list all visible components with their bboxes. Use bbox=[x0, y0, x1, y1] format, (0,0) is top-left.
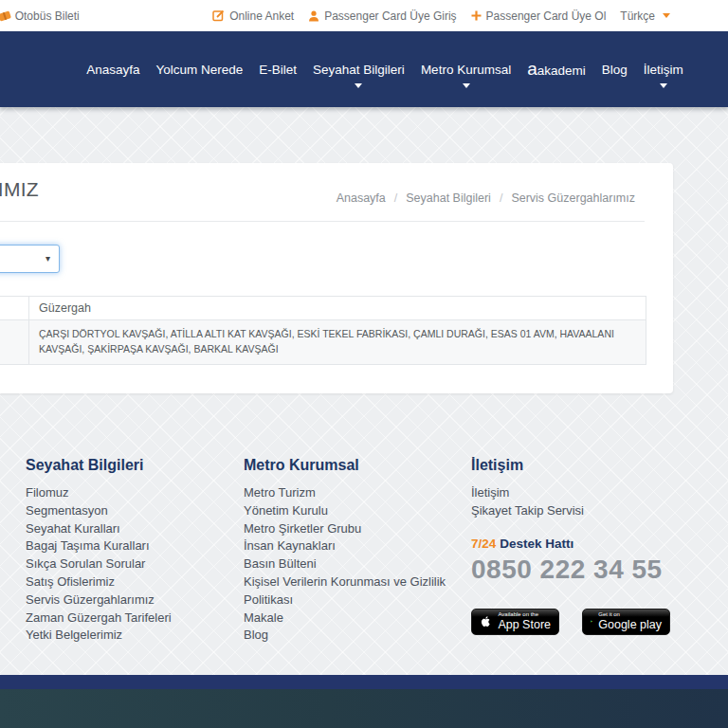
nav-item-blog[interactable]: Blog bbox=[602, 63, 628, 77]
footer-link-servis-guzergahlari[interactable]: Servis Güzergahlarımız bbox=[26, 592, 227, 610]
nav-item-e-bilet[interactable]: E-Bilet bbox=[259, 63, 297, 77]
chevron-down-icon bbox=[660, 83, 667, 88]
breadcrumb-current: Servis Güzergahlarımız bbox=[511, 191, 635, 205]
caret-down-icon bbox=[663, 13, 670, 18]
plus-icon bbox=[471, 10, 482, 21]
main-navbar: Anasayfa Yolcum Nerede E-Bilet Seyahat B… bbox=[0, 31, 728, 107]
footer-link-yetki-belgeleri[interactable]: Yetki Belgelerimiz bbox=[26, 627, 227, 645]
footer-link-kvkk[interactable]: Kişisel Verilerin Korunması ve Gizlilik … bbox=[244, 573, 446, 610]
footer-link-insan-kaynaklari[interactable]: İnsan Kaynakları bbox=[244, 537, 446, 555]
topbar: Uçak Bileti Otobüs Bileti Online Anket P… bbox=[0, 0, 728, 31]
appstore-badge[interactable]: Available on the App Store bbox=[471, 609, 559, 635]
breadcrumb-separator: / bbox=[394, 191, 397, 205]
topbar-right-group: Online Anket Passenger Card Üye Giriş Pa… bbox=[212, 0, 670, 31]
nav-item-anasayfa[interactable]: Anasayfa bbox=[86, 63, 139, 77]
topbar-left-group: Uçak Bileti Otobüs Bileti bbox=[0, 0, 80, 31]
nav-item-iletisim[interactable]: İletişim bbox=[644, 63, 683, 77]
passenger-card-login-link[interactable]: Passenger Card Üye Giriş bbox=[308, 9, 456, 23]
nav-item-label: akademi bbox=[537, 64, 586, 78]
language-selector[interactable]: Türkçe bbox=[620, 9, 670, 23]
table-row: ÇARŞI DÖRTYOL KAVŞAĞI, ATİLLA ALTI KAT K… bbox=[0, 320, 646, 365]
support-phone: 0850 222 34 55 bbox=[471, 555, 695, 585]
footer-link-segmentasyon[interactable]: Segmentasyon bbox=[26, 502, 227, 520]
footer-link-metro-turizm[interactable]: Metro Turizm bbox=[244, 484, 446, 502]
ticket-icon bbox=[0, 10, 11, 21]
chevron-down-icon bbox=[463, 83, 470, 88]
page-card: SERVİS GÜZERGAHLARIMIZ Anasayfa/Seyahat … bbox=[0, 163, 673, 393]
support-hours-line: 7/24Destek Hattı bbox=[471, 537, 695, 551]
support-label: Destek Hattı bbox=[500, 537, 573, 551]
footer-link-blog[interactable]: Blog bbox=[244, 627, 446, 645]
otobus-bileti-link[interactable]: Otobüs Bileti bbox=[0, 9, 80, 23]
topbar-item-label: Passenger Card Üye Giriş bbox=[324, 9, 456, 23]
playstore-icon bbox=[591, 614, 592, 628]
nav-item-metro-kurumsal[interactable]: Metro Kurumsal bbox=[421, 63, 511, 77]
footer-links: İletişim Şikayet Takip Servisi bbox=[471, 484, 695, 520]
footer-link-makale[interactable]: Makale bbox=[244, 610, 446, 628]
footer-heading: Seyahat Bilgileri bbox=[26, 457, 227, 474]
badge-tagline: Get it on bbox=[598, 611, 662, 617]
badge-tagline: Available on the bbox=[498, 611, 551, 617]
page-title: SERVİS GÜZERGAHLARIMIZ bbox=[0, 178, 39, 201]
user-icon bbox=[308, 10, 319, 22]
footer-links: Metro Turizm Yönetim Kurulu Metro Şirket… bbox=[244, 484, 446, 645]
route-cell: ÇARŞI DÖRTYOL KAVŞAĞI, ATİLLA ALTI KAT K… bbox=[29, 320, 646, 365]
support-hours: 7/24 bbox=[471, 537, 496, 551]
breadcrumb: Anasayfa/Seyahat Bilgileri/Servis Güzerg… bbox=[337, 191, 635, 205]
store-badges: Available on the App Store Get it on bbox=[471, 609, 695, 635]
breadcrumb-separator: / bbox=[500, 191, 502, 205]
footer-link-yonetim-kurulu[interactable]: Yönetim Kurulu bbox=[244, 502, 446, 520]
table-header-city bbox=[0, 297, 29, 320]
footer-link-basin-bulteni[interactable]: Basın Bülteni bbox=[244, 555, 446, 573]
googleplay-badge[interactable]: Get it on Google play bbox=[582, 609, 670, 635]
route-table: Güzergah ÇARŞI DÖRTYOL KAVŞAĞI, ATİLLA A… bbox=[0, 296, 646, 365]
chevron-down-icon bbox=[355, 83, 362, 88]
nav-list: Anasayfa Yolcum Nerede E-Bilet Seyahat B… bbox=[0, 31, 728, 107]
apple-icon bbox=[480, 613, 492, 629]
table-header-guzergah: Güzergah bbox=[29, 297, 646, 320]
route-select[interactable]: ▾ bbox=[0, 245, 60, 273]
footer-link-satis-ofisleri[interactable]: Satış Ofislerimiz bbox=[26, 573, 227, 592]
footer-col-iletisim: İletişim İletişim Şikayet Takip Servisi … bbox=[471, 457, 695, 635]
nav-item-label: Seyahat Bilgileri bbox=[313, 63, 405, 77]
topbar-item-label: Otobüs Bileti bbox=[15, 9, 80, 23]
select-chevron-icon: ▾ bbox=[46, 253, 50, 264]
breadcrumb-link-seyahat-bilgileri[interactable]: Seyahat Bilgileri bbox=[406, 191, 491, 205]
online-anket-link[interactable]: Online Anket bbox=[212, 9, 294, 23]
breadcrumb-link-anasayfa[interactable]: Anasayfa bbox=[337, 191, 386, 205]
footer-col-seyahat-bilgileri: Seyahat Bilgileri Filomuz Segmentasyon S… bbox=[26, 457, 227, 645]
nav-item-label: Metro Kurumsal bbox=[421, 63, 511, 77]
edit-icon bbox=[212, 9, 225, 22]
card-divider bbox=[0, 221, 645, 222]
badge-store-name: Google play bbox=[598, 619, 662, 631]
footer-link-sss[interactable]: Sıkça Sorulan Sorular bbox=[26, 555, 227, 573]
footer-heading: İletişim bbox=[471, 457, 695, 474]
topbar-item-label: Online Anket bbox=[229, 9, 294, 23]
footer-link-seyahat-kurallari[interactable]: Seyahat Kuralları bbox=[26, 520, 227, 538]
language-label: Türkçe bbox=[620, 9, 655, 23]
footer-link-zaman-guzergah[interactable]: Zaman Güzergah Tarifeleri bbox=[26, 610, 227, 628]
footer-col-metro-kurumsal: Metro Kurumsal Metro Turizm Yönetim Kuru… bbox=[244, 457, 446, 645]
footer-heading: Metro Kurumsal bbox=[244, 457, 446, 474]
footer-link-filomuz[interactable]: Filomuz bbox=[26, 484, 227, 502]
badge-store-name: App Store bbox=[498, 619, 551, 631]
footer-link-sirketler-grubu[interactable]: Metro Şirketler Grubu bbox=[244, 520, 446, 538]
nav-item-seyahat-bilgileri[interactable]: Seyahat Bilgileri bbox=[313, 63, 405, 77]
footer-links: Filomuz Segmentasyon Seyahat Kuralları B… bbox=[26, 484, 227, 645]
nav-item-label: İletişim bbox=[644, 63, 683, 77]
akademi-logo-a: a bbox=[527, 59, 537, 79]
footer-link-iletisim[interactable]: İletişim bbox=[471, 484, 695, 502]
footer-link-bagaj-tasima[interactable]: Bagaj Taşıma Kuralları bbox=[26, 537, 227, 555]
footer-dark-bar bbox=[0, 689, 728, 728]
nav-item-akademi[interactable]: aakademi bbox=[527, 59, 586, 80]
table-header-row: Güzergah bbox=[0, 297, 646, 320]
city-cell bbox=[0, 320, 29, 365]
passenger-card-signup-link[interactable]: Passenger Card Üye Ol bbox=[471, 9, 607, 23]
nav-item-yolcum-nerede[interactable]: Yolcum Nerede bbox=[155, 63, 243, 77]
footer-navy-bar bbox=[0, 675, 728, 689]
footer-link-sikayet-takip[interactable]: Şikayet Takip Servisi bbox=[471, 502, 695, 520]
topbar-item-label: Passenger Card Üye Ol bbox=[486, 9, 607, 23]
